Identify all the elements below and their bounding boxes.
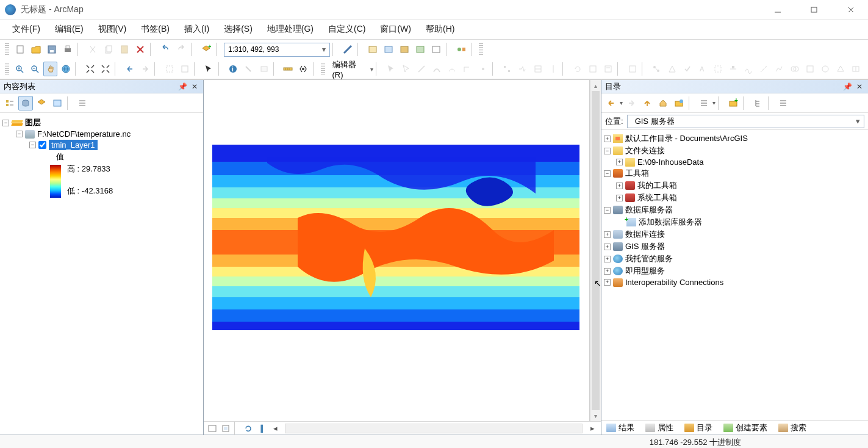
tab-搜索[interactable]: 搜索 xyxy=(776,421,809,435)
pause-drawing-button[interactable]: ∥ xyxy=(256,423,268,434)
editor-menu[interactable]: 编辑器(R) xyxy=(329,59,370,79)
print-button[interactable] xyxy=(60,42,75,57)
list-by-drawing-order[interactable] xyxy=(2,96,17,110)
html-popup-button[interactable] xyxy=(257,62,271,76)
fixed-zoom-out-button[interactable] xyxy=(98,62,112,76)
menu-view[interactable]: 视图(V) xyxy=(92,21,133,37)
tab-目录[interactable]: 目录 xyxy=(682,421,715,435)
toc-layer[interactable]: tmin_Layer1 xyxy=(49,140,98,150)
vertical-scrollbar[interactable]: ▴ ▾ xyxy=(590,80,601,421)
map-canvas[interactable]: ↖ xyxy=(204,80,590,421)
zoom-in-button[interactable] xyxy=(13,62,27,76)
connect-to-folder-button[interactable]: + xyxy=(726,96,741,110)
catalog-item[interactable]: −文件夹连接 xyxy=(604,145,866,157)
close-icon[interactable]: ✕ xyxy=(855,82,864,92)
delete-button[interactable] xyxy=(133,42,148,57)
edit-vertices-tool[interactable] xyxy=(500,62,514,76)
tab-创建要素[interactable]: 创建要素 xyxy=(721,421,770,435)
expander[interactable]: + xyxy=(604,231,611,238)
catalog-item[interactable]: +E:\09-InhouseData xyxy=(604,157,866,167)
catalog-item[interactable]: −工具箱 xyxy=(604,167,866,179)
cut-polygons-tool[interactable] xyxy=(531,62,545,76)
hyperlink-button[interactable] xyxy=(242,62,256,76)
expander[interactable]: + xyxy=(604,244,611,250)
toolbar-grip[interactable] xyxy=(479,43,483,56)
back-extent-button[interactable] xyxy=(123,62,137,76)
select-elements-button[interactable] xyxy=(202,62,216,76)
edit-annotation-tool[interactable]: A xyxy=(695,62,709,76)
zoom-out-button[interactable] xyxy=(28,62,42,76)
catalog-item[interactable]: +默认工作目录 - Documents\ArcGIS xyxy=(604,132,866,145)
save-button[interactable] xyxy=(45,42,59,57)
toggle-contents-button[interactable] xyxy=(697,96,711,110)
open-button[interactable] xyxy=(29,42,43,57)
expander[interactable]: + xyxy=(616,182,623,189)
toolbar-grip[interactable] xyxy=(5,63,9,75)
menu-file[interactable]: 文件(F) xyxy=(6,21,46,37)
split-tool[interactable] xyxy=(546,62,560,76)
error-inspector[interactable] xyxy=(818,62,832,76)
location-input[interactable]: GIS 服务器 ▾ xyxy=(627,115,864,128)
python-window-button[interactable] xyxy=(413,42,428,57)
scroll-right-button[interactable]: ▸ xyxy=(586,423,598,434)
catalog-item[interactable]: +即用型服务 xyxy=(604,265,866,277)
layer-visibility-checkbox[interactable] xyxy=(38,141,46,149)
redo-button[interactable] xyxy=(174,42,188,57)
menu-insert[interactable]: 插入(I) xyxy=(178,21,215,37)
modelbuilder-icon[interactable] xyxy=(454,42,468,57)
find-button[interactable] xyxy=(296,62,310,76)
catalog-item[interactable]: +系统工具箱 xyxy=(604,192,866,204)
catalog-item[interactable]: +我的工具箱 xyxy=(604,179,866,192)
tab-属性[interactable]: 属性 xyxy=(643,421,676,435)
generalize-edge-tool[interactable] xyxy=(772,62,786,76)
menu-edit[interactable]: 编辑(E) xyxy=(49,21,90,37)
align-edge-tool[interactable] xyxy=(726,62,741,76)
maximize-button[interactable] xyxy=(802,1,827,18)
expander[interactable]: − xyxy=(604,148,611,154)
refresh-button[interactable] xyxy=(242,423,254,434)
measure-button[interactable] xyxy=(281,62,295,76)
expander[interactable]: + xyxy=(604,268,611,275)
expander[interactable]: + xyxy=(604,279,611,286)
scroll-up-button[interactable]: ▴ xyxy=(590,80,601,91)
connect-folder-button[interactable] xyxy=(672,96,686,110)
editor-toolbar-button[interactable] xyxy=(340,42,355,57)
options-button[interactable] xyxy=(75,96,90,110)
toc-dataset[interactable]: F:\NetCDF\temperature.nc xyxy=(37,129,131,139)
topology-tool[interactable] xyxy=(650,62,664,76)
select-features-button[interactable] xyxy=(162,62,176,76)
list-by-source[interactable] xyxy=(18,96,33,110)
expander[interactable]: − xyxy=(604,207,611,214)
expander[interactable]: − xyxy=(29,142,36,148)
catalog-options-button[interactable] xyxy=(776,96,791,110)
reshape-tool[interactable] xyxy=(515,62,529,76)
catalog-item[interactable]: −数据库服务器 xyxy=(604,204,866,216)
sketch-properties-button[interactable] xyxy=(601,62,615,76)
menu-geoprocessing[interactable]: 地理处理(G) xyxy=(261,21,320,37)
list-by-visibility[interactable] xyxy=(34,96,49,110)
right-angle-tool[interactable] xyxy=(461,62,475,76)
reshape-edge-tool[interactable] xyxy=(742,62,756,76)
home-button[interactable] xyxy=(656,96,670,110)
point-tool[interactable] xyxy=(476,62,490,76)
create-features-button[interactable] xyxy=(625,62,639,76)
topology-select-tool[interactable] xyxy=(711,62,725,76)
cut-button[interactable] xyxy=(85,42,100,57)
add-data-button[interactable]: + xyxy=(199,42,213,57)
menu-select[interactable]: 选择(S) xyxy=(218,21,259,37)
edit-arrow-tool[interactable] xyxy=(399,62,413,76)
catalog-item[interactable]: +我托管的服务 xyxy=(604,253,866,265)
layout-view-button[interactable] xyxy=(220,423,232,434)
catalog-item[interactable]: 添加数据库服务器 xyxy=(604,216,866,228)
expander[interactable]: + xyxy=(604,256,611,262)
rotate-tool[interactable] xyxy=(570,62,584,76)
menu-help[interactable]: 帮助(H) xyxy=(420,21,461,37)
list-by-selection[interactable] xyxy=(50,96,65,110)
search-window-button[interactable] xyxy=(381,42,396,57)
pan-button[interactable] xyxy=(43,62,57,76)
toolbar-grip[interactable] xyxy=(5,43,9,56)
end-point-arc-tool[interactable] xyxy=(430,62,444,76)
show-shared-features[interactable] xyxy=(787,62,802,76)
arctoolbox-button[interactable] xyxy=(397,42,412,57)
close-button[interactable] xyxy=(839,1,863,18)
